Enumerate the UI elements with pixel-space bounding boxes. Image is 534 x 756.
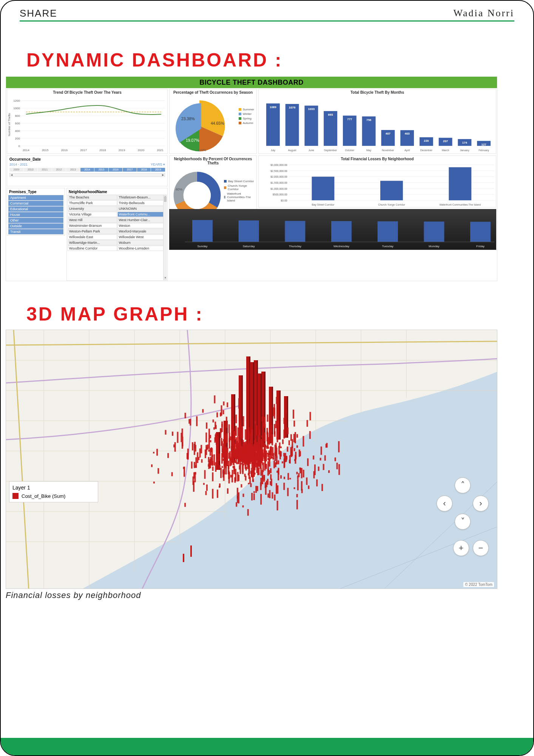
- slicer-option[interactable]: Transit: [8, 229, 63, 234]
- legend-swatch: [12, 493, 19, 499]
- slicer-scrollbar[interactable]: ◀▶: [9, 173, 165, 177]
- scroll-down-icon[interactable]: ▾: [164, 276, 167, 280]
- svg-rect-862: [235, 477, 236, 481]
- svg-rect-833: [320, 458, 321, 460]
- map-rotate-left-button[interactable]: ‹: [437, 496, 452, 511]
- slicer-option[interactable]: Victoria Village: [68, 212, 117, 217]
- slicer-option[interactable]: Willowdale West: [117, 234, 167, 240]
- pie-label-winter: 7.27%: [198, 149, 206, 152]
- timeline-year[interactable]: 2017: [123, 168, 137, 172]
- bar: [266, 104, 280, 146]
- slicer-option[interactable]: Thistletown-Beaum...: [117, 195, 167, 200]
- svg-rect-679: [174, 442, 176, 452]
- slicer-option[interactable]: Educational: [8, 206, 63, 212]
- svg-text:127: 127: [481, 143, 486, 146]
- svg-rect-157: [294, 487, 295, 489]
- timeline-year[interactable]: 2016: [109, 168, 123, 172]
- scroll-thumb[interactable]: [164, 197, 167, 202]
- slicer-option[interactable]: Apartment: [8, 195, 63, 200]
- map-rotate-right-button[interactable]: ›: [473, 496, 489, 511]
- slicer-option[interactable]: Other: [8, 218, 63, 223]
- map-tilt-down-button[interactable]: ˅: [455, 514, 471, 530]
- svg-text:October: October: [345, 149, 354, 152]
- svg-text:893: 893: [328, 113, 333, 116]
- svg-rect-874: [220, 428, 221, 438]
- svg-text:March: March: [442, 149, 449, 152]
- slicer-option[interactable]: Woodbine Corridor: [68, 246, 117, 251]
- timeline-year[interactable]: 2015: [94, 168, 108, 172]
- svg-rect-454: [213, 420, 214, 423]
- timeline-year[interactable]: 2013: [66, 168, 80, 172]
- svg-rect-991: [246, 456, 248, 463]
- slicer-option[interactable]: Trinity-Bellwoods: [117, 200, 167, 206]
- svg-rect-680: [221, 421, 223, 427]
- timeline-year[interactable]: 2018: [137, 168, 151, 172]
- slicer-option[interactable]: West Humber-Clair...: [117, 217, 167, 223]
- slicer-option[interactable]: Commercial: [8, 201, 63, 206]
- slicer-option[interactable]: Westminster-Branson: [68, 223, 117, 228]
- svg-rect-359: [195, 457, 197, 468]
- svg-text:$2,500,000.00: $2,500,000.00: [270, 170, 287, 172]
- svg-rect-345: [223, 401, 224, 405]
- svg-rect-838: [272, 492, 273, 499]
- svg-rect-878: [252, 429, 253, 437]
- slicer-option[interactable]: Woburn: [117, 240, 167, 245]
- svg-text:400: 400: [15, 129, 20, 133]
- svg-text:Waterfront Communities-The Isl: Waterfront Communities-The Island: [439, 203, 481, 206]
- slicer-neighbourhood[interactable]: NeighbourhoodName The BeachesThistletown…: [66, 188, 168, 281]
- timeline-year[interactable]: 2019: [151, 168, 165, 172]
- slicer-option[interactable]: Waterfront Commu...: [117, 212, 167, 217]
- svg-rect-730: [283, 418, 285, 424]
- slicer-option[interactable]: Willowdale East: [68, 234, 117, 240]
- svg-text:403: 403: [404, 132, 410, 135]
- slicer-premises-type[interactable]: Premises_Type ApartmentCommercialEducati…: [7, 188, 65, 235]
- timeline-year[interactable]: 2012: [52, 168, 66, 172]
- map-zoom-in-button[interactable]: +: [453, 540, 469, 556]
- slicer-option[interactable]: West Hill: [68, 217, 117, 223]
- svg-rect-985: [208, 438, 210, 449]
- slicer-timeline[interactable]: 2009201020112012201320142015201620172018…: [9, 168, 165, 172]
- map-zoom-out-button[interactable]: −: [473, 540, 489, 556]
- timeline-year[interactable]: 2014: [80, 168, 94, 172]
- svg-rect-407: [213, 454, 215, 466]
- slicer-option[interactable]: Weston: [117, 223, 167, 228]
- svg-rect-731: [287, 488, 289, 496]
- svg-rect-995: [243, 451, 245, 462]
- svg-rect-607: [217, 455, 219, 457]
- chart-title: Neighborhoods By Percent Of Occurrences …: [170, 156, 256, 166]
- donut-label-bay: 40%: [176, 187, 182, 191]
- slicer-option[interactable]: House: [8, 212, 63, 217]
- slicer-option[interactable]: Woodbine-Lumsden: [117, 246, 167, 251]
- svg-rect-822: [181, 433, 182, 442]
- svg-rect-818: [261, 417, 263, 421]
- slicer-option[interactable]: Outside: [8, 223, 63, 229]
- map-tilt-up-button[interactable]: ˄: [455, 477, 471, 493]
- donut-legend: Bay Street Corridor Church-Yonge Corrido…: [224, 178, 254, 203]
- timeline-year[interactable]: 2010: [24, 168, 38, 172]
- map-3d[interactable]: Layer 1 Cost_of_Bike (Sum) ˄ ‹ › ˅ + − ©…: [6, 330, 497, 589]
- svg-rect-867: [247, 509, 249, 516]
- timeline-year[interactable]: 2011: [38, 168, 52, 172]
- svg-text:0: 0: [18, 144, 20, 148]
- slicer-option[interactable]: The Beaches: [68, 195, 117, 200]
- slicer-option[interactable]: Willowridge-Martin...: [68, 240, 117, 245]
- svg-rect-547: [299, 451, 301, 456]
- footer-bar: [1, 738, 533, 755]
- svg-rect-582: [276, 397, 278, 404]
- svg-rect-980: [296, 494, 298, 497]
- svg-text:1000: 1000: [13, 107, 20, 110]
- svg-rect-718: [204, 470, 206, 479]
- slicer-option[interactable]: Weston-Pellam Park: [68, 229, 117, 234]
- slicer-option[interactable]: Wexford-Maryvale: [117, 229, 167, 234]
- svg-rect-988: [306, 477, 307, 485]
- svg-rect-774: [242, 464, 244, 474]
- slicer-option[interactable]: Thorncliffe Park: [68, 200, 117, 206]
- timeline-year[interactable]: 2009: [9, 168, 23, 172]
- svg-text:February: February: [478, 149, 489, 152]
- scrollbar[interactable]: ▴ ▾: [163, 195, 167, 280]
- slicer-option[interactable]: University: [68, 206, 117, 211]
- svg-rect-845: [229, 451, 231, 457]
- slicer-option[interactable]: UNKNOWN: [117, 206, 167, 211]
- svg-rect-804: [262, 463, 264, 472]
- slicer-occurrence-date[interactable]: Occurrence_Date 2014 - 2021 YEARS ▾ 2009…: [7, 155, 168, 186]
